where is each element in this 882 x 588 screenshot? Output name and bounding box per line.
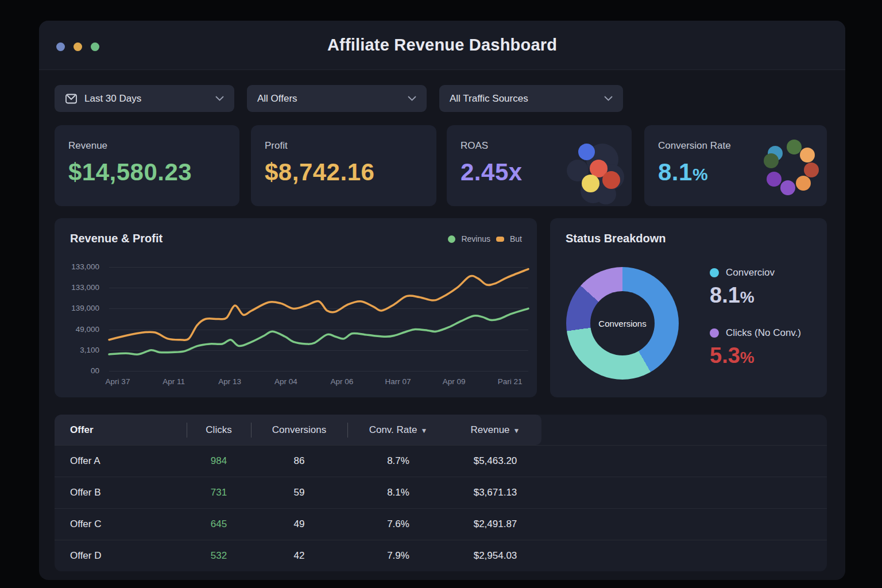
column-header-revenue[interactable]: Revenue▼ xyxy=(449,424,541,436)
y-axis-tick: 3,100 xyxy=(55,346,99,354)
cell-revenue: $2,491.87 xyxy=(449,519,541,530)
status-legend: Converciov8.1%Clicks (No Conv.)5.3% xyxy=(710,267,801,388)
x-axis-tick: Apr 11 xyxy=(163,377,185,386)
status-breakdown-panel: Status Breakdown Conversions Converciov8… xyxy=(550,218,827,397)
envelope-icon xyxy=(65,93,78,105)
cell-revenue: $2,954.03 xyxy=(449,550,541,562)
table-row-offer-d[interactable]: Offer D532427.9%$2,954.03 xyxy=(55,540,827,571)
ring-dot xyxy=(764,153,779,168)
chevron-down-icon xyxy=(604,96,613,101)
ring-dot xyxy=(780,180,795,195)
ring-dot xyxy=(787,140,802,154)
page-title: Affiliate Revenue Dashboard xyxy=(39,36,845,55)
y-axis-tick: 139,000 xyxy=(55,304,99,312)
ring-dot xyxy=(796,176,811,191)
legend-value: 5.3% xyxy=(710,343,801,368)
line-chart[interactable] xyxy=(109,267,528,371)
cell-conversions: 49 xyxy=(251,519,347,530)
x-axis-tick: Apri 37 xyxy=(106,377,130,386)
kpi-card-roas: ROAS 2.45x xyxy=(447,125,632,206)
column-header-conversions: Conversions xyxy=(251,424,347,436)
panel-title: Status Breakdown xyxy=(566,232,666,245)
sort-desc-icon: ▼ xyxy=(420,427,427,435)
table-row-offer-c[interactable]: Offer C645497.6%$2,491.87 xyxy=(55,508,827,540)
y-axis-tick: 133,000 xyxy=(55,283,99,292)
table-row-offer-a[interactable]: Offer A984868.7%$5,463.20 xyxy=(55,445,827,477)
legend-label: Converciov xyxy=(726,267,775,278)
cell-revenue: $3,671.13 xyxy=(449,487,541,498)
column-header-conv-rate[interactable]: Conv. Rate▼ xyxy=(347,424,449,436)
decoration-dot xyxy=(582,175,599,192)
x-axis-tick: Harr 07 xyxy=(385,377,411,386)
donut-chart[interactable]: Conversions xyxy=(566,267,679,380)
series-But xyxy=(109,269,528,341)
cell-conv-rate: 8.1% xyxy=(347,487,449,498)
cell-conv-rate: 7.6% xyxy=(347,519,449,530)
cell-conversions: 42 xyxy=(251,550,347,562)
kpi-card-conversion-rate: Conversion Rate 8.1% xyxy=(644,125,827,206)
y-axis-tick: 00 xyxy=(55,366,99,375)
table-row-offer-b[interactable]: Offer B731598.1%$3,671.13 xyxy=(55,477,827,508)
x-axis-tick: Apr 04 xyxy=(274,377,297,386)
revenue-profit-panel: Revenue & Profit Revinus But 133,000133,… xyxy=(55,218,537,397)
offers-value: All Offers xyxy=(257,93,408,105)
status-legend-item: Converciov8.1% xyxy=(710,267,801,308)
ring-dot xyxy=(800,148,815,163)
legend-value: 8.1% xyxy=(710,283,801,308)
status-legend-item: Clicks (No Conv.)5.3% xyxy=(710,327,801,368)
chart-title: Revenue & Profit xyxy=(70,232,163,245)
x-axis-tick: Apr 13 xyxy=(218,377,241,386)
cell-clicks: 731 xyxy=(187,487,251,498)
gridline xyxy=(109,371,528,372)
legend-dot-revenue xyxy=(448,235,455,243)
table-header-row: OfferClicksConversionsConv. Rate▼Revenue… xyxy=(55,415,827,445)
donut-hole: Conversions xyxy=(590,291,655,355)
cell-conversions: 59 xyxy=(251,487,347,498)
kpi-value: $8,742.16 xyxy=(265,158,423,186)
legend-dot xyxy=(710,328,719,338)
cell-offer: Offer B xyxy=(55,487,187,498)
chevron-down-icon xyxy=(408,96,416,101)
x-axis-tick: Pari 21 xyxy=(498,377,523,386)
legend-dot xyxy=(710,268,719,277)
date-range-value: Last 30 Days xyxy=(84,93,215,105)
donut-center-label: Conversions xyxy=(598,319,646,328)
chart-legend: Revinus But xyxy=(448,234,522,243)
y-axis-tick: 49,000 xyxy=(55,325,99,334)
cell-offer: Offer A xyxy=(55,455,187,467)
cell-clicks: 984 xyxy=(187,455,251,467)
date-range-select[interactable]: Last 30 Days xyxy=(55,85,234,112)
cell-conv-rate: 7.9% xyxy=(347,550,449,562)
chevron-down-icon xyxy=(215,96,224,101)
ring-dot xyxy=(767,172,782,187)
column-header-clicks: Clicks xyxy=(187,424,251,436)
dashboard-window: Affiliate Revenue Dashboard Last 30 Days… xyxy=(39,21,845,580)
kpi-label: Revenue xyxy=(68,140,226,152)
cell-conv-rate: 8.7% xyxy=(347,455,449,467)
series-Revinus xyxy=(109,308,528,354)
ring-dot xyxy=(804,163,819,177)
kpi-card-revenue: Revenue $14,580.23 xyxy=(55,125,239,206)
x-axis-tick: Apr 09 xyxy=(443,377,466,386)
traffic-sources-select[interactable]: All Traffic Sources xyxy=(439,85,623,112)
kpi-card-profit: Profit $8,742.16 xyxy=(251,125,436,206)
offers-select[interactable]: All Offers xyxy=(247,85,427,112)
kpi-label: Profit xyxy=(265,140,423,152)
cell-revenue: $5,463.20 xyxy=(449,455,541,467)
legend-label: Revinus xyxy=(461,234,490,243)
legend-label: But xyxy=(510,234,522,243)
title-bar: Affiliate Revenue Dashboard xyxy=(39,21,845,70)
cell-conversions: 86 xyxy=(251,455,347,467)
offers-table: OfferClicksConversionsConv. Rate▼Revenue… xyxy=(55,415,827,571)
roas-decoration-cluster xyxy=(566,136,629,199)
x-axis-tick: Apr 06 xyxy=(331,377,354,386)
legend-label: Clicks (No Conv.) xyxy=(726,327,801,339)
sort-desc-icon: ▼ xyxy=(513,427,520,435)
conversion-ring-decoration xyxy=(759,136,822,199)
traffic-sources-value: All Traffic Sources xyxy=(450,93,604,105)
cell-clicks: 645 xyxy=(187,519,251,530)
decoration-dot xyxy=(578,144,595,160)
cell-offer: Offer D xyxy=(55,550,187,562)
cell-clicks: 532 xyxy=(187,550,251,562)
column-header-offer: Offer xyxy=(55,424,187,436)
